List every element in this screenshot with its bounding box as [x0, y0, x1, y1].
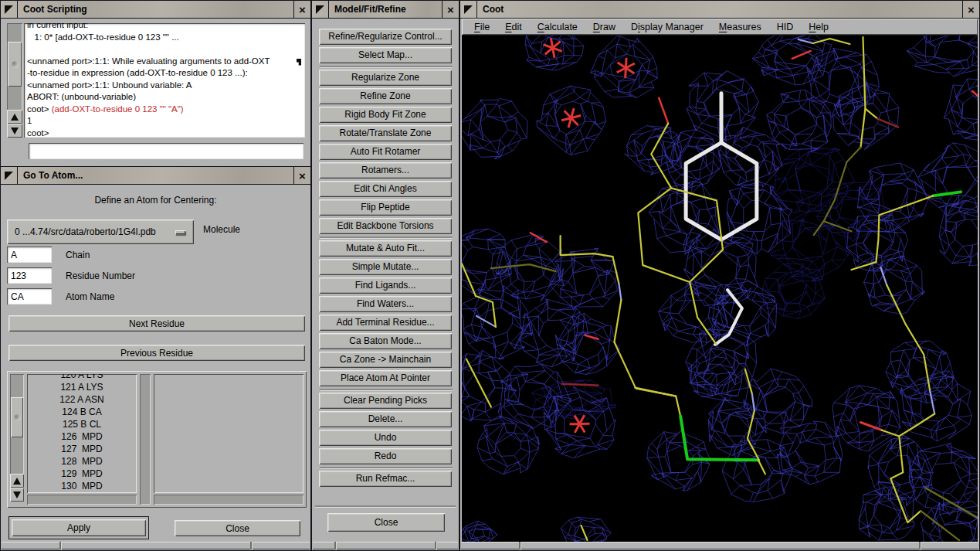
mfr-find-waters[interactable]: Find Waters...	[319, 296, 452, 312]
mfr-undo[interactable]: Undo	[319, 430, 452, 446]
scripting-input[interactable]	[29, 143, 303, 159]
residue-row[interactable]: 127 MPD	[27, 443, 137, 455]
mfr-refine-regularize-control[interactable]: Refine/Regularize Control...	[319, 29, 452, 45]
bond	[476, 316, 496, 327]
mfr-simple-mutate[interactable]: Simple Mutate...	[319, 259, 452, 275]
residue-row[interactable]: 129 MPD	[27, 468, 137, 480]
residue-list-hscrollbar[interactable]	[27, 495, 137, 505]
density-mesh-blob	[918, 143, 978, 216]
window-resize-bar[interactable]	[2, 542, 310, 549]
window-go-to-atom: Go To Atom... × Define an Atom for Cente…	[0, 166, 311, 551]
mfr-rigid-body-fit-zone[interactable]: Rigid Body Fit Zone	[319, 107, 452, 123]
scrollbar-thumb[interactable]	[11, 397, 23, 437]
apply-button[interactable]: Apply	[12, 519, 146, 536]
chain-field[interactable]	[7, 247, 52, 263]
mfr-edit-backbone-torsions[interactable]: Edit Backbone Torsions	[319, 218, 452, 234]
window-menu-button[interactable]	[1, 1, 18, 18]
window-menu-icon	[316, 5, 324, 14]
residue-row[interactable]: 128 MPD	[27, 455, 137, 468]
mfr-select-map[interactable]: Select Map...	[319, 47, 452, 63]
titlebar[interactable]: Coot Scripting ×	[1, 1, 310, 19]
middle-scroll-column[interactable]	[140, 374, 151, 505]
bond	[619, 284, 621, 300]
residue-row[interactable]: 126 MPD	[27, 430, 137, 443]
residue-row[interactable]: 125 B CL	[27, 418, 137, 430]
resize-notch	[919, 542, 921, 549]
mfr-delete[interactable]: Delete...	[319, 411, 452, 427]
scroll-up-button[interactable]	[7, 110, 22, 124]
close-icon[interactable]: ×	[962, 1, 979, 18]
menu-calculate[interactable]: Calculate	[530, 20, 585, 34]
atom-list[interactable]	[154, 374, 303, 493]
mfr-ca-baton-mode[interactable]: Ca Baton Mode...	[319, 333, 452, 349]
mfr-place-atom-at-pointer[interactable]: Place Atom At Pointer	[319, 370, 452, 386]
menu-file[interactable]: File	[466, 20, 497, 34]
window-resize-bar[interactable]	[461, 542, 978, 549]
window-menu-button[interactable]	[460, 1, 477, 18]
close-icon[interactable]: ×	[442, 1, 459, 18]
residue-list-scrollbar[interactable]	[10, 374, 24, 502]
console-line: <unnamed port>:1:1: Unbound variable: A	[27, 80, 302, 92]
close-icon[interactable]: ×	[293, 167, 310, 184]
mfr-edit-chi-angles[interactable]: Edit Chi Angles	[319, 181, 452, 197]
residue-row[interactable]: 121 A LYS	[27, 381, 137, 393]
mfr-run-refmac[interactable]: Run Refmac...	[319, 471, 452, 487]
menu-hid[interactable]: HID	[769, 20, 802, 34]
menu-draw[interactable]: Draw	[585, 20, 623, 34]
mfr-regularize-zone[interactable]: Regularize Zone	[319, 70, 452, 86]
scroll-up-button[interactable]	[10, 474, 24, 488]
residue-number-field[interactable]	[7, 267, 52, 284]
graphics-viewport[interactable]	[462, 36, 978, 542]
mfr-add-terminal-residue[interactable]: Add Terminal Residue...	[319, 315, 452, 331]
mfr-clear-pending-picks[interactable]: Clear Pending Picks	[319, 393, 452, 409]
titlebar[interactable]: Model/Fit/Refine ×	[312, 1, 459, 19]
scrollbar-thumb[interactable]	[8, 42, 22, 87]
window-resize-bar[interactable]	[313, 542, 458, 549]
atom-list-hscrollbar[interactable]	[154, 495, 303, 505]
mfr-rotate-translate-zone[interactable]: Rotate/Translate Zone	[319, 125, 452, 141]
next-residue-button[interactable]: Next Residue	[8, 315, 305, 332]
titlebar[interactable]: Go To Atom... ×	[1, 167, 310, 185]
bond	[752, 394, 754, 411]
window-menu-button[interactable]	[1, 167, 18, 184]
molecule-dropdown[interactable]: 0 ...4.74/src/data/roberto/1G4l.pdb	[7, 219, 194, 244]
scroll-down-button[interactable]	[10, 488, 24, 502]
previous-residue-button[interactable]: Previous Residue	[8, 345, 305, 361]
mfr-close-button[interactable]: Close	[327, 513, 445, 532]
window-menu-icon	[464, 5, 473, 14]
mfr-rotamers[interactable]: Rotamers...	[319, 162, 452, 179]
menu-display-manager[interactable]: Display Manager	[623, 20, 711, 34]
window-menu-button[interactable]	[312, 1, 329, 18]
mfr-auto-fit-rotamer[interactable]: Auto Fit Rotamer	[319, 144, 452, 160]
line-wrap-icon	[297, 59, 301, 66]
residue-row[interactable]: 130 MPD	[27, 480, 137, 492]
close-icon[interactable]: ×	[293, 1, 310, 18]
scroll-down-button[interactable]	[7, 124, 22, 138]
bond	[824, 148, 861, 222]
scripting-console[interactable]: in current input: 1: 0* [add-OXT-to-resi…	[24, 23, 305, 138]
residue-list[interactable]: 120 A LYS121 A LYS122 A ASN124 B CA125 B…	[27, 374, 137, 493]
residue-row[interactable]: 122 A ASN	[27, 393, 137, 406]
mfr-refine-zone[interactable]: Refine Zone	[319, 88, 452, 104]
density-mesh-blob	[832, 386, 900, 451]
menu-edit[interactable]: Edit	[497, 20, 530, 34]
titlebar[interactable]: Coot ×	[460, 1, 979, 19]
residue-row[interactable]: 120 A LYS	[27, 374, 137, 381]
bond	[582, 525, 588, 540]
mfr-buttons: Refine/Regularize Control...Select Map..…	[319, 29, 453, 489]
mfr-ca-zone-mainchain[interactable]: Ca Zone -> Mainchain	[319, 352, 452, 368]
mfr-find-ligands[interactable]: Find Ligands...	[319, 277, 452, 294]
window-menu-icon	[5, 5, 13, 14]
residue-row[interactable]: 124 B CA	[27, 406, 137, 418]
goto-close-button[interactable]: Close	[175, 520, 300, 536]
molecule-dropdown-value: 0 ...4.74/src/data/roberto/1G4l.pdb	[10, 226, 156, 237]
console-line: coot>	[27, 128, 302, 138]
mfr-redo[interactable]: Redo	[319, 448, 452, 464]
menu-measures[interactable]: Measures	[711, 20, 769, 34]
mfr-mutate-auto-fit[interactable]: Mutate & Auto Fit...	[319, 240, 452, 257]
density-mesh-blob	[863, 251, 924, 315]
menu-help[interactable]: Help	[801, 20, 836, 34]
console-scrollbar[interactable]	[7, 23, 22, 138]
atom-name-field[interactable]	[7, 288, 52, 304]
mfr-flip-peptide[interactable]: Flip Peptide	[319, 199, 452, 216]
